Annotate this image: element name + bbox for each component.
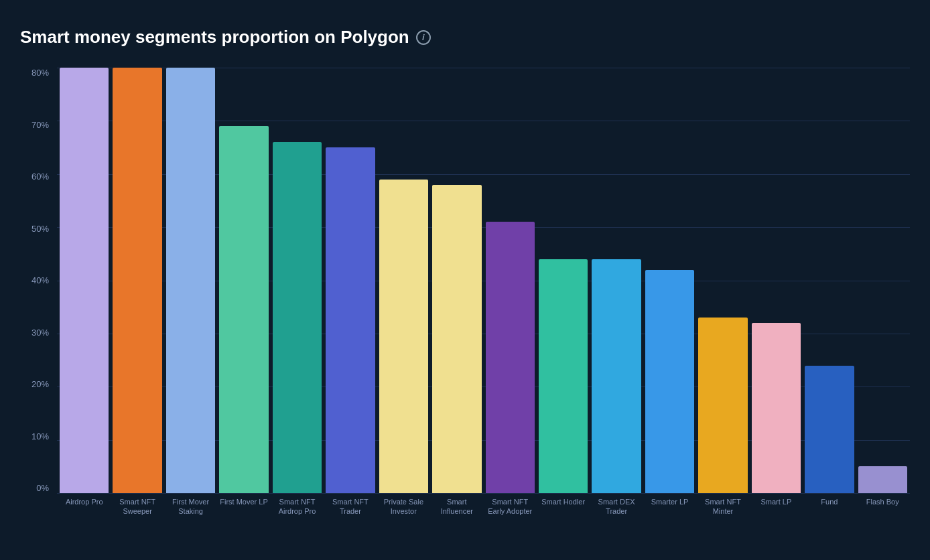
y-axis-label: 70% [31,120,49,130]
x-axis-label: First Mover Staking [166,493,215,547]
bar-group[interactable] [539,68,588,493]
bar[interactable] [592,259,641,493]
bar-group[interactable] [805,68,854,493]
bar[interactable] [166,68,215,493]
bar-group[interactable] [60,68,109,493]
x-axis-label: Smart NFT Sweeper [113,493,161,547]
x-axis-label: Fund [805,493,854,547]
x-axis: Airdrop ProSmart NFT SweeperFirst Mover … [57,493,910,547]
bars-row [57,68,910,493]
y-axis-label: 50% [31,224,49,234]
bar[interactable] [645,270,694,493]
y-axis-label: 40% [31,275,49,285]
grid-line [57,493,910,494]
x-axis-label: Airdrop Pro [60,493,109,547]
bar[interactable] [273,142,322,493]
chart-container: Smart money segments proportion on Polyg… [0,0,930,560]
bar[interactable] [60,68,109,493]
bar-group[interactable] [645,68,694,493]
x-axis-label: Private Sale Investor [379,493,428,547]
x-axis-label: Smart Hodler [539,493,588,547]
y-axis-label: 30% [31,328,49,338]
bar-group[interactable] [379,68,428,493]
bar-group[interactable] [592,68,641,493]
x-axis-label: Smart NFT Airdrop Pro [273,493,322,547]
bar[interactable] [805,366,854,494]
bar[interactable] [326,147,375,493]
chart-title: Smart money segments proportion on Polyg… [20,27,910,48]
bar-group[interactable] [113,68,161,493]
bar[interactable] [858,466,907,493]
x-axis-label: Flash Boy [858,493,907,547]
bar[interactable] [432,185,481,493]
bar[interactable] [539,259,588,493]
bar-group[interactable] [273,68,322,493]
bar[interactable] [379,180,428,493]
y-axis-label: 10% [31,431,49,441]
bar-group[interactable] [326,68,375,493]
chart-area: 80%70%60%50%40%30%20%10%0% Airdrop ProSm… [20,68,910,547]
grid-and-bars [57,68,910,493]
title-text: Smart money segments proportion on Polyg… [20,27,409,48]
x-axis-label: Smart Influencer [432,493,481,547]
x-axis-label: Smart NFT Trader [326,493,375,547]
bar[interactable] [219,126,268,493]
bar-group[interactable] [698,68,747,493]
bar[interactable] [113,68,161,493]
x-axis-label: First Mover LP [219,493,268,547]
x-axis-label: Smart NFT Early Adopter [486,493,535,547]
bar-group[interactable] [752,68,801,493]
bar-group[interactable] [486,68,535,493]
y-axis-label: 60% [31,171,49,182]
y-axis-label: 0% [36,483,49,493]
x-axis-label: Smart LP [752,493,801,547]
bars-and-x: Airdrop ProSmart NFT SweeperFirst Mover … [57,68,910,547]
bar[interactable] [752,323,801,493]
bar-group[interactable] [432,68,481,493]
bar-group[interactable] [166,68,215,493]
bar[interactable] [486,222,535,493]
y-axis-label: 20% [31,379,49,389]
y-axis: 80%70%60%50%40%30%20%10%0% [20,68,57,547]
bar-group[interactable] [219,68,268,493]
bar-group[interactable] [858,68,907,493]
x-axis-label: Smart NFT Minter [698,493,747,547]
info-icon[interactable]: i [416,30,431,45]
x-axis-label: Smarter LP [645,493,694,547]
x-axis-label: Smart DEX Trader [592,493,641,547]
bar[interactable] [698,318,747,493]
y-axis-label: 80% [31,68,49,78]
